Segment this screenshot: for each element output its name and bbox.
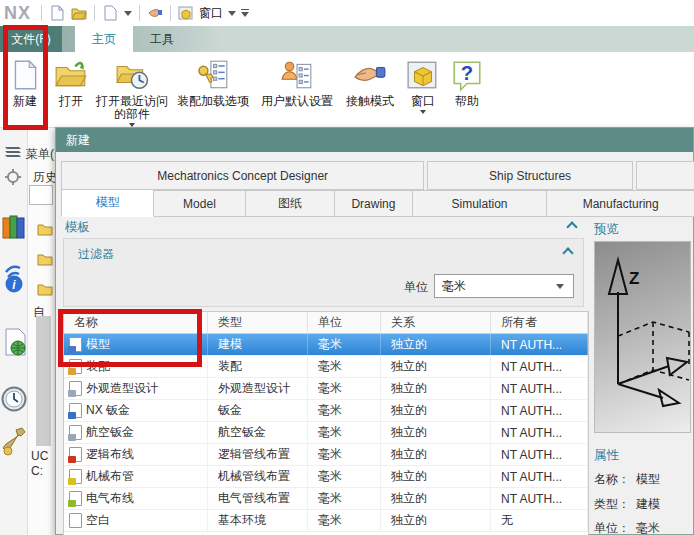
document-dropdown-icon[interactable] bbox=[101, 4, 119, 22]
user-defaults-icon bbox=[280, 55, 314, 93]
menu-label[interactable]: 菜单( bbox=[26, 146, 54, 163]
tab-ship-structures[interactable]: Ship Structures bbox=[427, 161, 632, 190]
unit-label: 单位 bbox=[404, 279, 428, 296]
preview-image: Z bbox=[594, 241, 691, 433]
template-relationship-cell: 独立的 bbox=[381, 378, 491, 399]
filter-header: 过滤器 bbox=[78, 246, 114, 263]
folder-icon[interactable] bbox=[37, 253, 53, 266]
dialog-tab-row-1: Mechatronics Concept Designer Ship Struc… bbox=[61, 161, 694, 190]
template-table-row[interactable]: 装配装配毫米独立的NT AUTH... bbox=[64, 356, 588, 378]
new-document-icon[interactable] bbox=[48, 4, 66, 22]
template-table-row[interactable]: 航空钣金航空钣金毫米独立的NT AUTH... bbox=[64, 422, 588, 444]
column-header[interactable]: 类型 bbox=[208, 312, 308, 333]
tab-partial[interactable] bbox=[636, 161, 694, 190]
customize-quick-access-icon[interactable] bbox=[241, 9, 249, 18]
window-cube-icon[interactable] bbox=[177, 4, 195, 22]
open-button[interactable]: 打开 bbox=[51, 55, 91, 108]
axis-triad-graphic: Z bbox=[595, 242, 692, 434]
open-folder-icon bbox=[54, 55, 88, 93]
template-table-row[interactable]: NX 钣金钣金毫米独立的NT AUTH... bbox=[64, 400, 588, 422]
web-document-icon[interactable] bbox=[4, 328, 27, 358]
template-relationship-cell: 独立的 bbox=[381, 422, 491, 443]
template-type-cell: 电气管线布置 bbox=[208, 488, 308, 509]
tool-assistant-icon[interactable] bbox=[2, 426, 27, 456]
assembly-icon bbox=[69, 359, 82, 374]
dialog-tab-row-2: 模型 Model 图纸 Drawing Simulation Manufactu… bbox=[61, 190, 694, 217]
template-table-row[interactable]: 电气布线电气管线布置毫米独立的NT AUTH... bbox=[64, 488, 588, 510]
folder-icon[interactable] bbox=[37, 283, 53, 296]
tab-home[interactable]: 主页 bbox=[75, 26, 133, 52]
template-table-body: 模型建模毫米独立的NT AUTH...装配装配毫米独立的NT AUTH...外观… bbox=[64, 334, 588, 532]
property-type: 类型：建模 bbox=[594, 496, 660, 513]
history-scrollbar[interactable] bbox=[36, 316, 51, 446]
tab-model-cn[interactable]: 模型 bbox=[61, 190, 154, 217]
template-relationship-cell: 独立的 bbox=[381, 400, 491, 421]
history-clock-icon[interactable] bbox=[1, 382, 28, 416]
column-header[interactable]: 名称 bbox=[64, 312, 208, 333]
template-relationship-cell: 独立的 bbox=[381, 510, 491, 531]
nx-application-window: NX 窗口 文件(F) 主页 工具 新建 打开 打开最近访问的部件 bbox=[0, 0, 694, 535]
template-unit-cell: 毫米 bbox=[308, 510, 381, 531]
column-header[interactable]: 关系 bbox=[381, 312, 491, 333]
tab-file[interactable]: 文件(F) bbox=[0, 26, 62, 52]
property-name: 名称：模型 bbox=[594, 471, 660, 488]
window-button[interactable]: 窗口 bbox=[403, 55, 443, 114]
column-header[interactable]: 单位 bbox=[308, 312, 381, 333]
open-folder-icon[interactable] bbox=[70, 4, 88, 22]
template-unit-cell: 毫米 bbox=[308, 356, 381, 377]
roles-books-icon[interactable] bbox=[1, 212, 27, 240]
folder-icon[interactable] bbox=[37, 223, 53, 236]
template-name-cell: 装配 bbox=[64, 356, 208, 377]
template-name: 航空钣金 bbox=[86, 424, 134, 441]
recent-part-path[interactable]: C: bbox=[31, 464, 43, 478]
template-table-row[interactable]: 外观造型设计外观造型设计毫米独立的NT AUTH... bbox=[64, 378, 588, 400]
template-name: NX 钣金 bbox=[86, 402, 130, 419]
template-owner-cell: NT AUTH... bbox=[491, 466, 588, 487]
help-button[interactable]: ? 帮助 bbox=[447, 55, 487, 108]
unit-dropdown[interactable]: 毫米 bbox=[434, 274, 574, 298]
user-defaults-button[interactable]: 用户默认设置 bbox=[257, 55, 337, 108]
tab-manufacturing[interactable]: Manufacturing bbox=[547, 190, 694, 217]
info-icon[interactable]: i bbox=[2, 264, 26, 294]
z-axis-label: Z bbox=[629, 269, 639, 288]
recent-parts-icon bbox=[115, 55, 149, 93]
template-type-cell: 外观造型设计 bbox=[208, 378, 308, 399]
collapse-chevron-icon[interactable] bbox=[566, 221, 577, 232]
dropdown-arrow-icon[interactable] bbox=[228, 11, 236, 16]
separator bbox=[170, 5, 171, 21]
template-owner-cell: NT AUTH... bbox=[491, 400, 588, 421]
template-owner-cell: NT AUTH... bbox=[491, 334, 588, 355]
template-relationship-cell: 独立的 bbox=[381, 356, 491, 377]
template-table-header: 名称类型单位关系所有者 bbox=[64, 312, 588, 334]
touch-hand-icon[interactable] bbox=[146, 4, 164, 22]
template-table-row[interactable]: 空白基本环境毫米独立的无 bbox=[64, 510, 588, 532]
collapse-chevron-icon[interactable] bbox=[562, 247, 573, 258]
tab-drawing-en[interactable]: Drawing bbox=[335, 190, 413, 217]
tab-tools[interactable]: 工具 bbox=[136, 26, 188, 52]
open-recent-button[interactable]: 打开最近访问的部件 bbox=[95, 55, 169, 127]
tab-simulation[interactable]: Simulation bbox=[413, 190, 548, 217]
dropdown-arrow-icon[interactable] bbox=[124, 11, 132, 16]
template-name-cell: 外观造型设计 bbox=[64, 378, 208, 399]
template-table-row[interactable]: 模型建模毫米独立的NT AUTH... bbox=[64, 334, 588, 356]
template-unit-cell: 毫米 bbox=[308, 488, 381, 509]
gear-icon[interactable] bbox=[4, 168, 22, 186]
touch-mode-button[interactable]: 接触模式 bbox=[341, 55, 399, 108]
tab-model-en[interactable]: Model bbox=[154, 190, 245, 217]
assembly-load-options-button[interactable]: 装配加载选项 bbox=[173, 55, 253, 108]
template-table-row[interactable]: 机械布管机械管线布置毫米独立的NT AUTH... bbox=[64, 466, 588, 488]
tab-drawing-cn[interactable]: 图纸 bbox=[246, 190, 336, 217]
new-button[interactable]: 新建 bbox=[3, 55, 47, 108]
template-table-row[interactable]: 逻辑布线逻辑管线布置毫米独立的NT AUTH... bbox=[64, 444, 588, 466]
new-file-dialog: 新建 Mechatronics Concept Designer Ship St… bbox=[55, 127, 694, 535]
column-header[interactable]: 所有者 bbox=[491, 312, 588, 333]
separator bbox=[41, 5, 42, 21]
window-menu-label[interactable]: 窗口 bbox=[199, 5, 223, 22]
menu-icon[interactable] bbox=[2, 144, 24, 160]
dialog-title-bar[interactable]: 新建 bbox=[56, 128, 693, 152]
recent-part-name[interactable]: UC bbox=[31, 449, 48, 463]
template-name-cell: 航空钣金 bbox=[64, 422, 208, 443]
template-type-cell: 建模 bbox=[208, 334, 308, 355]
tab-mechatronics-concept-designer[interactable]: Mechatronics Concept Designer bbox=[61, 161, 424, 190]
history-filter-box[interactable] bbox=[29, 185, 53, 205]
